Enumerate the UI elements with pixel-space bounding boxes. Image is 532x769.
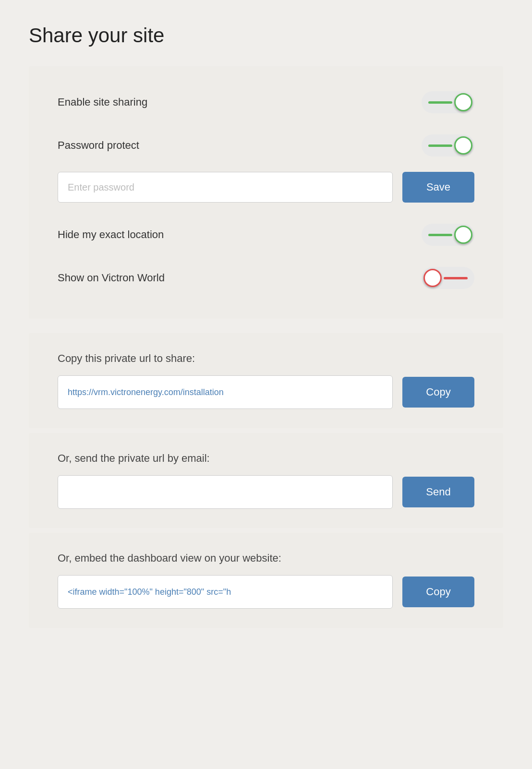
- email-section: Or, send the private url by email: Send: [29, 433, 503, 528]
- password-protect-label: Password protect: [58, 139, 139, 152]
- copy-url-button[interactable]: Copy: [402, 377, 474, 408]
- toggle-line-location: [428, 234, 452, 236]
- toggle-knob-location: [454, 226, 472, 244]
- show-victron-row: Show on Victron World: [58, 256, 474, 300]
- password-input[interactable]: [58, 172, 393, 203]
- hide-location-row: Hide my exact location: [58, 213, 474, 256]
- enable-sharing-row: Enable site sharing: [58, 81, 474, 124]
- enable-sharing-toggle[interactable]: [422, 91, 474, 113]
- toggle-line-password: [428, 144, 452, 147]
- settings-section: Enable site sharing Password protect Sav…: [29, 66, 503, 319]
- embed-label: Or, embed the dashboard view on your web…: [58, 552, 474, 565]
- embed-input[interactable]: [58, 575, 393, 609]
- copy-embed-button[interactable]: Copy: [402, 577, 474, 607]
- embed-section: Or, embed the dashboard view on your web…: [29, 533, 503, 628]
- toggle-track-password: [422, 134, 474, 156]
- password-protect-toggle[interactable]: [422, 134, 474, 156]
- password-protect-row: Password protect: [58, 124, 474, 167]
- email-input[interactable]: [58, 475, 393, 509]
- toggle-knob-on: [454, 93, 472, 111]
- toggle-track-on: [422, 91, 474, 113]
- show-victron-label: Show on Victron World: [58, 272, 165, 284]
- toggle-line-on: [428, 101, 452, 104]
- page-title: Share your site: [29, 24, 503, 47]
- hide-location-toggle[interactable]: [422, 224, 474, 246]
- private-url-section: Copy this private url to share: Copy: [29, 333, 503, 428]
- password-input-row: Save: [58, 167, 474, 213]
- email-row: Send: [58, 475, 474, 509]
- embed-row: Copy: [58, 575, 474, 609]
- hide-location-label: Hide my exact location: [58, 228, 164, 241]
- toggle-track-location: [422, 224, 474, 246]
- show-victron-toggle[interactable]: [422, 267, 474, 289]
- private-url-row: Copy: [58, 375, 474, 409]
- save-button[interactable]: Save: [402, 172, 474, 203]
- toggle-line-victron: [444, 277, 468, 279]
- private-url-input[interactable]: [58, 375, 393, 409]
- enable-sharing-label: Enable site sharing: [58, 96, 147, 108]
- toggle-knob-password: [454, 136, 472, 155]
- toggle-track-victron: [422, 267, 474, 289]
- send-button[interactable]: Send: [402, 477, 474, 507]
- email-label: Or, send the private url by email:: [58, 452, 474, 465]
- toggle-knob-victron: [423, 269, 442, 287]
- private-url-label: Copy this private url to share:: [58, 352, 474, 365]
